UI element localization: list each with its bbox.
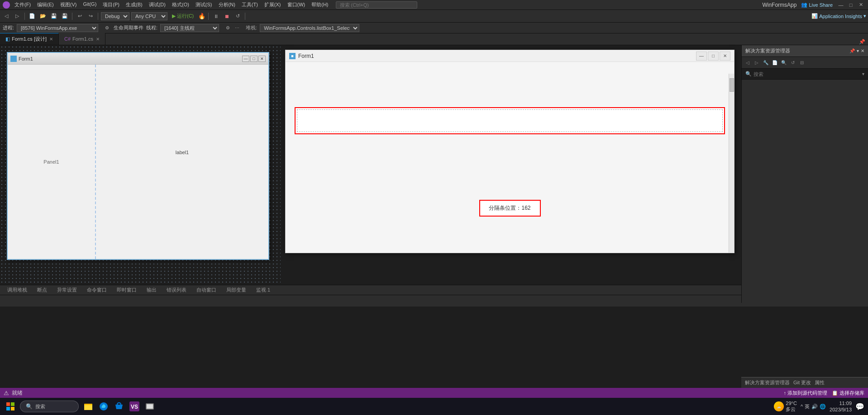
debug-tab-locals[interactable]: 局部变量 [222,286,251,294]
menu-format[interactable]: 格式(O) [169,1,192,9]
solution-back-icon[interactable]: ◁ [744,59,752,67]
tab-close-cs[interactable]: ✕ [96,37,100,42]
pin-icon[interactable]: 📌 [859,39,865,45]
run-button[interactable]: ▶ 运行(C) [169,12,196,20]
menu-window[interactable]: 窗口(W) [285,1,308,9]
stack-select[interactable]: WinFormsApp.Controls.listBox1_Select [260,24,359,32]
forward-button[interactable]: ▷ [13,12,22,21]
process-select[interactable]: [8576] WinFormsApp.exe [17,24,98,32]
solution-search-bar[interactable]: 🔍 ▾ [742,69,868,80]
taskbar-vs-icon[interactable]: VS [128,400,141,413]
form-designer[interactable]: Form1 — □ ✕ Panel1 label1 [7,52,269,260]
runtime-close-btn[interactable]: ✕ [720,52,730,61]
systray-network[interactable]: 🌐 [820,404,826,410]
start-button[interactable] [4,400,17,413]
scrollbar-thumb[interactable] [730,78,734,92]
menu-help[interactable]: 帮助(H) [309,1,331,9]
search-dropdown-icon[interactable]: ▾ [862,71,864,76]
notification-icon[interactable]: 💬 [855,402,864,411]
thread-settings-icon[interactable]: ⚙ [224,24,232,32]
solution-collapse-icon[interactable]: ⊟ [798,59,806,67]
menu-test[interactable]: 测试(S) [193,1,215,9]
form-min-btn[interactable]: — [242,56,249,62]
form-scrollbar[interactable] [729,74,734,253]
minimize-button[interactable]: — [836,1,845,9]
listbox-control[interactable] [295,107,725,134]
close-button[interactable]: ✕ [856,1,865,9]
form-close-btn[interactable]: ✕ [258,56,266,62]
save-button[interactable]: 💾 [49,12,58,21]
source-control-btn[interactable]: ↑ 添加到源代码管理 [783,390,827,396]
debug-tab-exceptions[interactable]: 异常设置 [52,286,81,294]
debug-tab-command[interactable]: 命令窗口 [82,286,111,294]
new-project-button[interactable]: 📄 [28,12,37,21]
footer-git-tab[interactable]: Git 更改 [793,379,811,386]
menu-debug[interactable]: 调试(D) [146,1,168,9]
tab-form1-designer[interactable]: ◧ Form1.cs [设计] ✕ [0,33,59,45]
menu-view[interactable]: 视图(V) [57,1,80,9]
stop-button[interactable]: ⏹ [222,12,231,21]
process-settings-icon[interactable]: ⚙ [103,24,111,32]
panel1-control[interactable]: Panel1 [8,65,96,259]
select-repo-btn[interactable]: 📋 选择存储库 [832,390,864,396]
back-button[interactable]: ◁ [2,12,11,21]
solution-filter-icon[interactable]: 🔍 [780,59,788,67]
maximize-button[interactable]: □ [846,1,855,9]
app-insights-button[interactable]: 📊 Application Insights ▾ [811,13,866,19]
taskbar-tablet-icon[interactable] [143,400,157,413]
restart-button[interactable]: ↺ [233,12,242,21]
save-all-button[interactable]: 💾 [60,12,69,21]
solution-arrow-icon[interactable]: ▾ [857,48,859,53]
solution-search-input[interactable] [754,71,860,77]
footer-props-tab[interactable]: 属性 [815,379,825,386]
taskbar-clock[interactable]: 11:09 2023/9/13 [830,400,852,413]
solution-properties-icon[interactable]: 🔧 [762,59,770,67]
debug-tab-autos[interactable]: 自动窗口 [192,286,221,294]
redo-button[interactable]: ↪ [86,12,95,21]
taskbar-store-icon[interactable] [112,400,126,413]
open-button[interactable]: 📂 [38,12,48,21]
title-search-input[interactable] [336,1,417,9]
menu-project[interactable]: 项目(P) [100,1,122,9]
tab-form1-cs[interactable]: C# Form1.cs ✕ [59,33,105,45]
debug-config-combo[interactable]: Debug [101,12,129,20]
pause-button[interactable]: ⏸ [211,12,220,21]
menu-edit[interactable]: 编辑(E) [34,1,57,9]
cpu-config-combo[interactable]: Any CPU [131,12,167,20]
debug-tab-watch1[interactable]: 监视 1 [252,286,275,294]
debug-tab-callstack[interactable]: 调用堆栈 [3,286,32,294]
solution-show-all-icon[interactable]: 📄 [771,59,779,67]
systray-sound[interactable]: 🔊 [811,404,818,410]
runtime-max-btn[interactable]: □ [708,52,719,61]
menu-extensions[interactable]: 扩展(X) [262,1,284,9]
solution-forward-icon[interactable]: ▷ [753,59,761,67]
live-share-button[interactable]: 👥 Live Share [801,2,833,8]
taskbar-explorer-icon[interactable] [81,400,95,413]
debug-tab-errorlist[interactable]: 错误列表 [162,286,191,294]
form-max-btn[interactable]: □ [250,56,258,62]
menu-analyze[interactable]: 分析(N) [216,1,238,9]
taskbar-search-box[interactable]: 🔍 搜索 [20,401,79,412]
taskbar-weather[interactable]: ☁ 29°C 多云 [774,401,797,413]
debug-tab-immediate[interactable]: 即时窗口 [112,286,141,294]
svg-rect-10 [147,404,153,409]
solution-pin-icon[interactable]: 📌 [849,48,855,53]
label1-control[interactable]: label1 [176,150,189,155]
footer-solution-tab[interactable]: 解决方案资源管理器 [745,379,790,386]
thread-more-icon[interactable]: ⋯ [233,24,241,32]
systray-arrow[interactable]: ^ [801,404,803,409]
menu-tools[interactable]: 工具(T) [239,1,261,9]
thread-select[interactable]: [1640] 主线程 [160,24,219,32]
tab-close-designer[interactable]: ✕ [49,37,53,42]
menu-file[interactable]: 文件(F) [12,1,33,9]
debug-tab-breakpoints[interactable]: 断点 [33,286,52,294]
taskbar-edge-icon[interactable] [97,400,110,413]
runtime-min-btn[interactable]: — [696,52,707,61]
debug-tab-output[interactable]: 输出 [142,286,161,294]
menu-build[interactable]: 生成(B) [123,1,145,9]
solution-close-icon[interactable]: ✕ [861,48,864,53]
undo-button[interactable]: ↩ [75,12,84,21]
solution-refresh-icon[interactable]: ↺ [789,59,797,67]
menu-git[interactable]: Git(G) [80,1,99,9]
systray-lang[interactable]: 英 [805,403,810,410]
